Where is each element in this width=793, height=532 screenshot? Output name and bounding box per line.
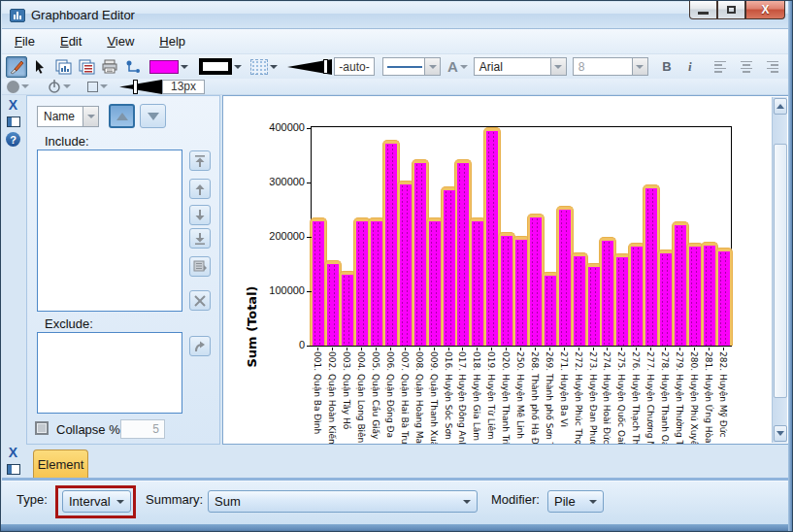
bar[interactable] [559,210,571,346]
bar[interactable] [313,221,324,346]
collapse-checkbox[interactable] [35,421,49,435]
help-icon[interactable]: ? [6,132,20,147]
close-button[interactable]: X [745,1,785,19]
move-up-button[interactable] [189,179,211,199]
slider-handle[interactable] [133,80,138,94]
bar[interactable] [545,276,556,346]
title-bar[interactable]: Graphboard Editor [2,2,793,29]
move-down-button[interactable] [189,205,211,225]
bar[interactable] [429,221,441,346]
bar[interactable] [385,144,397,346]
marker-border-button[interactable] [86,79,109,94]
bar[interactable] [660,253,672,346]
include-listbox[interactable] [37,150,182,312]
move-to-bottom-button[interactable] [189,228,211,249]
modifier-combo[interactable]: Pile [547,490,604,513]
x-axis-label[interactable]: 269. Thành phố Sơn Tây [545,351,554,444]
field-combo[interactable]: Name [37,106,99,127]
bar[interactable] [574,256,585,346]
summary-combo[interactable]: Sum [208,490,478,513]
bar[interactable] [342,275,353,346]
close-panel-icon[interactable]: X [9,446,17,459]
bar[interactable] [515,240,527,346]
sort-descending-button[interactable] [140,104,166,128]
slider-handle[interactable] [323,59,328,74]
align-left-button[interactable] [710,56,731,78]
remove-button[interactable] [189,290,211,311]
border-weight-value[interactable]: -auto- [334,57,375,76]
x-axis-label[interactable]: 017. Huyện Đông Anh [457,351,467,444]
scroll-down-button[interactable] [774,425,787,442]
x-axis-label[interactable]: 019. Huyện Từ Liêm [486,351,496,440]
bar[interactable] [327,264,339,346]
x-axis-label[interactable]: 273. Huyện Đan Phượng [588,351,598,444]
copy-chart-button[interactable] [52,56,74,78]
sort-ascending-button[interactable] [109,104,135,128]
bar[interactable] [472,221,483,346]
menu-view[interactable]: View [94,31,147,51]
bar[interactable] [356,221,368,346]
font-family-combo[interactable]: Arial [474,57,567,76]
restore-button[interactable] [189,336,211,356]
line-style-combo[interactable] [382,57,441,76]
point-id-button[interactable] [122,56,144,78]
scroll-thumb[interactable] [774,144,787,398]
x-axis-label[interactable]: 268. Thành phố Hà Đông [530,351,540,444]
bold-button[interactable]: B [656,56,677,78]
exclude-listbox[interactable] [37,332,182,414]
bar[interactable] [530,217,542,346]
bar[interactable] [704,246,715,346]
x-axis-label[interactable]: 006. Quận Đống Đa [385,351,395,438]
bar[interactable] [457,163,469,346]
align-right-button[interactable] [762,56,783,78]
x-axis-label[interactable]: 001. Quận Ba Đình [313,351,322,434]
x-axis-label[interactable]: 279. Huyện Thường Tín [675,351,684,444]
chart-vertical-scrollbar[interactable] [772,97,787,443]
x-axis-label[interactable]: 018. Huyện Gia Lâm [472,351,481,441]
copy-table-button[interactable] [76,56,97,78]
x-axis-label[interactable]: 271. Huyện Ba Vì [559,351,569,427]
x-axis-label[interactable]: 274. Huyện Hoài Đức [602,351,611,444]
pattern-button[interactable] [249,56,279,78]
x-axis-label[interactable]: 278. Huyện Thanh Oai [660,351,670,444]
x-axis-label[interactable]: 007. Quận Hai Bà Trưng [400,351,410,444]
x-axis-label[interactable]: 003. Quận Tây Hồ [342,351,351,429]
point-size-slider[interactable] [119,80,162,94]
rotation-button[interactable] [47,79,72,94]
fill-color-button[interactable] [149,56,189,78]
x-axis-label[interactable]: 002. Quận Hoàn Kiếm [327,351,337,444]
bar[interactable] [414,163,426,346]
properties-button[interactable] [189,256,211,277]
border-color-button[interactable] [198,56,243,78]
chart-canvas[interactable]: Sum (Total) 001. Quận Ba Đình002. Quận H… [222,95,789,445]
menu-edit[interactable]: Edit [48,31,94,51]
point-shape-button[interactable] [6,79,30,94]
bar[interactable] [501,236,512,346]
x-axis-label[interactable]: 004. Quận Long Biên [356,351,366,443]
move-to-top-button[interactable] [189,150,211,171]
bar[interactable] [486,131,498,346]
menu-file[interactable]: File [2,31,48,51]
x-axis-label[interactable]: 281. Huyện Ứng Hòa [704,351,713,444]
bar[interactable] [631,247,643,346]
bar[interactable] [718,251,730,346]
x-axis-label[interactable]: 016. Huyện Sóc Sơn [444,351,453,440]
bar[interactable] [675,225,686,346]
font-color-button[interactable]: A [446,56,469,78]
brush-tool-button[interactable] [6,56,27,78]
bar[interactable] [400,184,412,346]
align-center-button[interactable] [736,56,757,78]
bar[interactable] [588,267,600,346]
bar[interactable] [689,247,701,346]
minimize-button[interactable] [689,1,717,19]
close-panel-icon[interactable]: X [9,98,17,112]
dock-panel-icon[interactable] [7,464,20,475]
point-size-value[interactable]: 13px [162,80,205,94]
x-axis-label[interactable]: 282. Huyện Mỹ Đức [718,351,728,437]
select-tool-button[interactable] [29,56,50,78]
x-axis-label[interactable]: 277. Huyện Chương Mỹ [645,351,655,444]
x-axis-label[interactable]: 009. Quận Thanh Xuân [429,351,439,444]
x-axis-label[interactable]: 275. Huyện Quốc Oai [616,351,626,444]
scroll-up-button[interactable] [774,98,787,115]
y-axis-title[interactable]: Sum (Total) [245,264,259,390]
